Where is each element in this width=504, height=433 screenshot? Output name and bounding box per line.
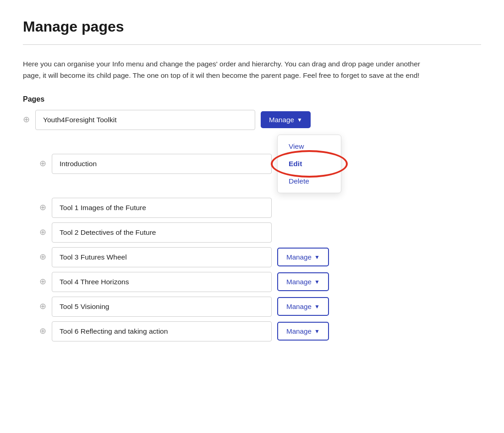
delete-option[interactable]: Delete [278,173,341,190]
manage-button-label: Manage [286,303,312,310]
manage-button-label: Manage [269,116,294,124]
manage-button-label: Manage [286,327,312,335]
page-box: Youth4Foresight Toolkit [35,110,255,130]
page-box: Tool 2 Detectives of the Future [52,222,272,243]
drag-handle-icon[interactable]: ⊕ [23,115,30,124]
drag-handle-icon[interactable]: ⊕ [39,252,46,262]
page-label: Tool 1 Images of the Future [60,204,146,211]
divider [23,44,481,45]
pages-label: Pages [23,95,481,103]
chevron-down-icon: ▼ [314,328,320,335]
page-row: ⊕ Tool 1 Images of the Future [39,198,481,218]
description-text: Here you can organise your Info menu and… [23,59,435,81]
page-box: Introduction [52,154,272,174]
page-box: Tool 6 Reflecting and taking action [52,321,272,341]
manage-button[interactable]: Manage ▼ [277,297,329,316]
page-row: ⊕ Tool 2 Detectives of the Future [39,222,481,243]
page-label: Introduction [60,160,97,168]
page-row: ⊕ Introduction View Edit Delete [39,135,481,193]
page-row: ⊕ Youth4Foresight Toolkit Manage ▼ [23,110,481,130]
manage-button[interactable]: Manage ▼ [277,248,329,266]
page-label: Tool 5 Visioning [60,303,109,310]
manage-button-label: Manage [286,278,312,286]
drag-handle-icon[interactable]: ⊕ [39,277,46,287]
manage-button-label: Manage [286,253,312,261]
drag-handle-icon[interactable]: ⊕ [39,227,46,237]
page-label: Youth4Foresight Toolkit [43,116,116,124]
manage-button[interactable]: Manage ▼ [277,322,329,341]
page-label: Tool 2 Detectives of the Future [60,228,156,236]
dropdown-menu: View Edit Delete [277,135,341,193]
dropdown-wrapper: View Edit Delete [277,135,341,193]
page-label: Tool 6 Reflecting and taking action [60,327,168,335]
page-label: Tool 3 Futures Wheel [60,253,127,261]
drag-handle-icon[interactable]: ⊕ [39,326,46,336]
page-row: ⊕ Tool 5 Visioning Manage ▼ [39,297,481,317]
manage-button[interactable]: Manage ▼ [261,111,311,128]
drag-handle-icon[interactable]: ⊕ [39,159,46,168]
manage-button[interactable]: Manage ▼ [277,272,329,291]
chevron-down-icon: ▼ [314,303,320,310]
page-box: Tool 1 Images of the Future [52,198,272,218]
page-box: Tool 5 Visioning [52,297,272,317]
page-row: ⊕ Tool 3 Futures Wheel Manage ▼ [39,247,481,267]
page-title: Manage pages [23,18,481,35]
page-list: ⊕ Youth4Foresight Toolkit Manage ▼ ⊕ Int… [23,110,481,341]
page-row: ⊕ Tool 6 Reflecting and taking action Ma… [39,321,481,341]
view-option[interactable]: View [278,138,341,155]
drag-handle-icon[interactable]: ⊕ [39,203,46,212]
drag-handle-icon[interactable]: ⊕ [39,302,46,311]
chevron-down-icon: ▼ [314,279,320,285]
chevron-down-icon: ▼ [314,254,320,260]
edit-option[interactable]: Edit [278,155,341,173]
page-box: Tool 4 Three Horizons [52,272,272,292]
page-row: ⊕ Tool 4 Three Horizons Manage ▼ [39,272,481,292]
page-box: Tool 3 Futures Wheel [52,247,272,267]
page-label: Tool 4 Three Horizons [60,278,129,286]
chevron-down-icon: ▼ [297,117,302,123]
